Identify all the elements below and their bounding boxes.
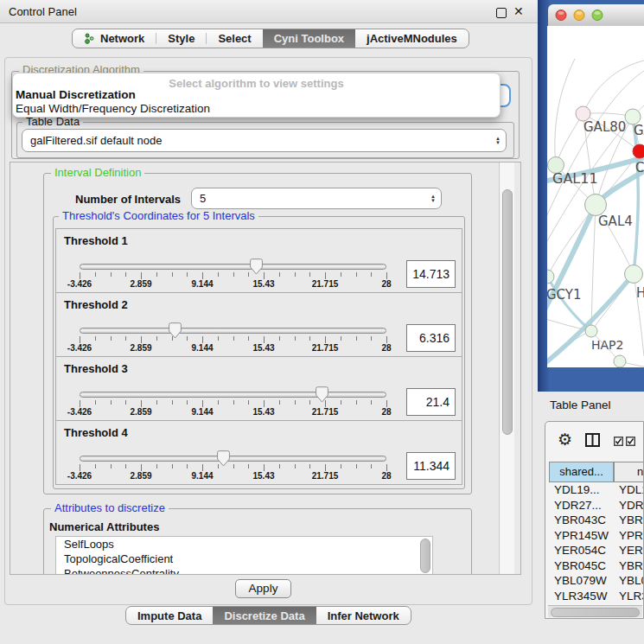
network-edge[interactable] (556, 114, 583, 166)
threshold-value-field[interactable]: 14.713 (406, 260, 456, 288)
threshold-slider-thumb[interactable] (217, 450, 230, 469)
slider-tick (279, 464, 280, 469)
threshold-slider-thumb[interactable] (316, 386, 328, 405)
tab-discretize-data[interactable]: Discretize Data (213, 607, 316, 624)
tab-label: Network (100, 32, 144, 45)
table-scrollbar-thumb[interactable] (551, 608, 640, 617)
tab-label: Discretize Data (224, 609, 304, 622)
table-row[interactable]: YDL19...YDL1 (545, 482, 644, 498)
threshold-value-field[interactable]: 21.4 (406, 388, 456, 416)
slider-tick (248, 400, 249, 405)
table-row[interactable]: YLR345WYLR3 (545, 589, 644, 604)
numerical-attributes-list[interactable]: SelfLoopsTopologicalCoefficientBetweenne… (55, 536, 433, 575)
settings-scrollbar-thumb[interactable] (502, 189, 513, 435)
network-edge-thick[interactable] (547, 277, 591, 331)
table-row[interactable]: YBR045CYBR0 (545, 558, 644, 574)
slider-tick (295, 336, 296, 341)
slider-tick-label: 2.859 (130, 471, 151, 481)
network-node-label: GCY1 (547, 287, 582, 303)
traffic-light-buttons[interactable] (548, 4, 609, 26)
slider-tick-label: -3.426 (67, 407, 92, 417)
apply-button[interactable]: Apply (235, 579, 291, 598)
algorithm-option[interactable]: Equal Width/Frequency Discretization (16, 102, 210, 115)
settings-vertical-scrollbar[interactable] (499, 163, 514, 575)
network-icon (84, 33, 95, 44)
attribute-item[interactable]: SelfLoops (56, 537, 432, 552)
tab-jactivemnodules[interactable]: jActiveMNodules (355, 29, 469, 48)
network-node[interactable] (625, 265, 643, 284)
slider-tick-label: 15.43 (252, 279, 274, 289)
network-node[interactable] (585, 325, 597, 337)
attributes-list-scrollbar[interactable] (420, 539, 430, 573)
threshold-slider-thumb[interactable] (250, 258, 263, 277)
cell-name: YER0 (619, 543, 644, 558)
table-row[interactable]: YER054CYER0 (545, 543, 644, 558)
table-row[interactable]: YBR043CYBR0 (545, 513, 644, 528)
slider-tick-label: 15.43 (252, 407, 274, 417)
tab-cyni-toolbox[interactable]: Cyni Toolbox (263, 29, 355, 48)
cell-shared-name: YLR345W (554, 589, 608, 604)
slider-tick (309, 336, 310, 341)
threshold-slider-track[interactable] (80, 328, 386, 334)
cell-name: YLR3 (619, 589, 644, 604)
table-data-combobox[interactable]: galFiltered.sif default node ▲▼ (22, 129, 507, 152)
settings-scrollpane: Interval Definition Number of Intervals … (10, 162, 521, 575)
checkbox-icon[interactable] (626, 437, 635, 446)
attribute-item[interactable]: BetweennessCentrality (56, 566, 432, 575)
network-node[interactable] (614, 355, 626, 367)
network-edge-thick[interactable] (633, 117, 638, 274)
network-node[interactable] (547, 270, 554, 284)
threshold-slider-track[interactable] (80, 392, 386, 398)
slider-tick (187, 272, 188, 277)
slider-tick (248, 336, 249, 341)
tab-impute-data[interactable]: Impute Data (126, 607, 213, 624)
tab-network[interactable]: Network (73, 29, 156, 48)
network-edge[interactable] (591, 205, 596, 331)
threshold-slider-track[interactable] (80, 264, 386, 270)
slider-tick-label: 15.43 (252, 343, 274, 353)
table-horizontal-scrollbar[interactable] (548, 605, 642, 617)
slider-tick-label: 28 (381, 471, 391, 481)
network-edge[interactable] (583, 61, 644, 114)
table-column-header[interactable]: shared... (549, 462, 614, 482)
slider-tick (341, 272, 341, 277)
float-window-icon[interactable] (496, 8, 507, 18)
network-edge[interactable] (555, 59, 575, 165)
table-row[interactable]: YBL079WYBL0 (545, 573, 644, 589)
split-columns-icon[interactable] (585, 433, 600, 447)
slider-tick (156, 336, 157, 341)
interval-definition-group-title: Interval Definition (51, 167, 144, 179)
cell-shared-name: YPR145W (554, 528, 609, 544)
threshold-value-field[interactable]: 11.344 (406, 452, 456, 480)
slider-thumb-icon (169, 322, 182, 339)
slider-tick (264, 464, 265, 471)
table-row[interactable]: YDR27...YDR2 (545, 498, 644, 513)
slider-tick (309, 464, 310, 469)
algorithm-option[interactable]: Manual Discretization (16, 88, 136, 101)
tab-infer-network[interactable]: Infer Network (316, 607, 411, 624)
tab-select[interactable]: Select (207, 29, 262, 48)
slider-thumb-icon (316, 386, 328, 403)
table-row[interactable]: YPR145WYPR1 (545, 528, 644, 544)
slider-tick (264, 336, 265, 343)
network-node[interactable] (633, 144, 644, 158)
tab-style[interactable]: Style (156, 29, 206, 48)
threshold-value-field[interactable]: 6.316 (406, 324, 456, 352)
gear-icon[interactable]: ⚙ (558, 431, 572, 448)
slider-tick (95, 336, 96, 341)
tab-label: Select (218, 32, 251, 45)
network-node[interactable] (585, 194, 607, 216)
number-of-intervals-combobox[interactable]: 5 ▲▼ (191, 188, 442, 209)
network-edge[interactable] (547, 331, 591, 365)
threshold-slider-thumb[interactable] (169, 322, 182, 341)
threshold-box: Threshold 3-3.4262.8599.14415.4321.71528… (55, 356, 462, 421)
attribute-item[interactable]: TopologicalCoefficient (56, 552, 432, 566)
network-graph[interactable]: GAL80GACGAL11GAL4GCY1HHAP2 (547, 26, 644, 367)
control-panel-title: Control Panel (9, 5, 77, 18)
close-icon[interactable]: ✕ (513, 4, 524, 18)
slider-tick (125, 336, 126, 341)
threshold-slider-track[interactable] (80, 456, 386, 462)
network-view[interactable]: GAL80GACGAL11GAL4GCY1HHAP2 (547, 26, 644, 367)
checkbox-icon[interactable] (614, 437, 623, 446)
table-column-header[interactable]: n (614, 462, 644, 482)
